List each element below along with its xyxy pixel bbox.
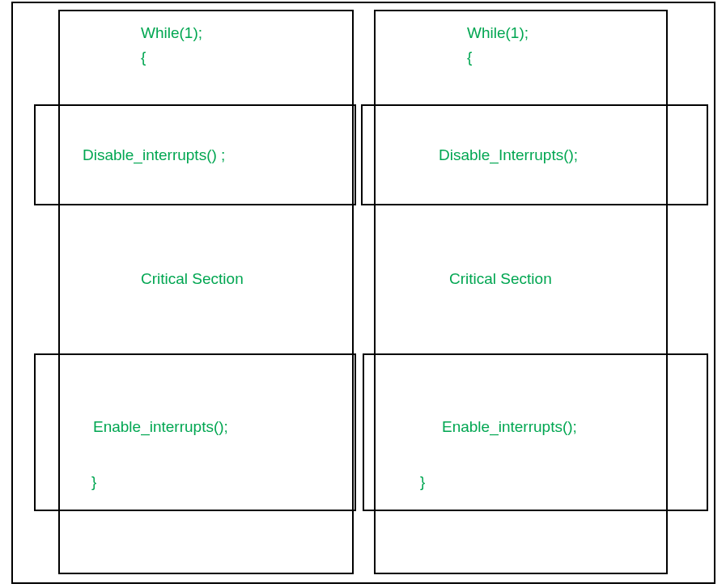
left-critical-section: Critical Section bbox=[141, 270, 244, 288]
left-while-line: While(1); bbox=[141, 24, 202, 42]
right-while-line: While(1); bbox=[467, 24, 529, 42]
left-enable-text: Enable_interrupts(); bbox=[93, 418, 228, 436]
right-disable-text: Disable_Interrupts(); bbox=[439, 146, 578, 164]
diagram-canvas: While(1); { Disable_interrupts() ; Criti… bbox=[0, 0, 726, 588]
left-close-brace: } bbox=[91, 473, 96, 491]
right-open-brace: { bbox=[467, 49, 472, 66]
right-close-brace: } bbox=[420, 473, 425, 491]
left-open-brace: { bbox=[141, 49, 146, 66]
right-critical-section: Critical Section bbox=[449, 270, 552, 288]
right-enable-text: Enable_interrupts(); bbox=[442, 418, 577, 436]
left-disable-text: Disable_interrupts() ; bbox=[83, 146, 225, 164]
